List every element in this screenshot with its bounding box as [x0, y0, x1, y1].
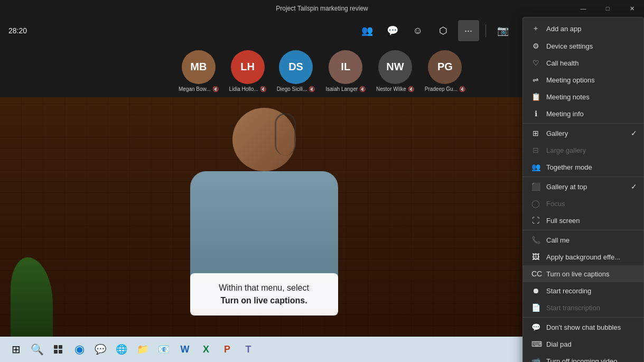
dropdown-menu: ＋ Add an app ⚙ Device settings ♡ Call he… — [522, 17, 644, 362]
svg-rect-1 — [59, 345, 62, 349]
mic-icon: 🔇 — [359, 86, 366, 92]
add-icon: ＋ — [531, 24, 540, 33]
participant-avatar: PG — [428, 50, 462, 84]
fullscreen-icon: ⛶ — [531, 216, 540, 225]
caption-box: Within that menu, select Turn on live ca… — [190, 273, 338, 315]
taskbar-excel[interactable]: X — [197, 340, 216, 359]
mic-icon: 🔇 — [459, 86, 465, 92]
menu-item-gallery[interactable]: ⊞ Gallery ✓ — [523, 125, 643, 142]
menu-item-add-app[interactable]: ＋ Add an app — [523, 20, 643, 38]
taskbar-browser[interactable]: 🌐 — [112, 340, 131, 359]
menu-divider-1 — [523, 123, 643, 124]
phone-icon: 📞 — [531, 236, 540, 244]
participant-lidia[interactable]: LH Lidia Hollo... 🔇 — [229, 50, 266, 92]
participant-nestor[interactable]: NW Nestor Wilke 🔇 — [376, 50, 414, 92]
taskbar-powerpoint[interactable]: P — [218, 340, 237, 359]
menu-item-meeting-info[interactable]: ℹ Meeting info — [523, 105, 643, 122]
participant-diego[interactable]: DS Diego Sicili... 🔇 — [277, 50, 315, 92]
chat-bubbles-icon: 💬 — [531, 323, 540, 331]
menu-item-meeting-options[interactable]: ⇌ Meeting options — [523, 71, 643, 88]
main-video: Within that menu, select Turn on live ca… — [0, 97, 528, 337]
taskbar-explorer[interactable]: 📁 — [133, 340, 152, 359]
focus-icon: ◯ — [531, 199, 540, 208]
svg-rect-0 — [54, 345, 58, 349]
taskbar-edge[interactable]: ◉ — [70, 340, 89, 359]
options-icon: ⇌ — [531, 76, 540, 84]
chat-button[interactable]: 💬 — [382, 20, 403, 41]
menu-item-start-recording[interactable]: ⏺ Start recording — [523, 282, 643, 299]
participant-name: Pradeep Gu... 🔇 — [425, 86, 465, 92]
menu-item-call-me[interactable]: 📞 Call me — [523, 231, 643, 248]
menu-item-gallery-top[interactable]: ⬛ Gallery at top ✓ — [523, 178, 643, 195]
reactions-button[interactable]: ☺ — [407, 20, 428, 41]
window-controls: — □ ✕ — [571, 0, 644, 17]
minimize-button[interactable]: — — [571, 0, 595, 17]
gallery-checkmark: ✓ — [631, 129, 637, 137]
svg-rect-3 — [59, 350, 62, 354]
participant-avatar: LH — [231, 50, 265, 84]
info-icon: ℹ — [531, 109, 540, 118]
participant-name: Megan Bow... 🔇 — [179, 86, 219, 92]
menu-item-live-captions[interactable]: CC Turn on live captions — [523, 265, 643, 282]
health-icon: ♡ — [531, 59, 540, 67]
menu-item-fullscreen[interactable]: ⛶ Full screen — [523, 212, 643, 229]
caption-line1: Within that menu, select Turn on live ca… — [203, 282, 325, 307]
taskbar-teams[interactable]: T — [239, 340, 258, 359]
participant-isaiah[interactable]: IL Isaiah Langer 🔇 — [325, 50, 366, 92]
gallery-top-checkmark: ✓ — [631, 182, 637, 191]
notes-icon: 📋 — [531, 92, 540, 101]
close-button[interactable]: ✕ — [620, 0, 644, 17]
participant-megan[interactable]: MB Megan Bow... 🔇 — [179, 50, 219, 92]
captions-icon: CC — [531, 270, 540, 278]
menu-item-dial-pad[interactable]: ⌨ Dial pad — [523, 336, 643, 352]
participant-avatar: MB — [182, 50, 216, 84]
title-bar: Project Tailspin marketing review — □ ✕ — [0, 0, 644, 17]
participant-avatar: NW — [378, 50, 412, 84]
mic-icon: 🔇 — [408, 86, 414, 92]
participant-pradeep[interactable]: PG Pradeep Gu... 🔇 — [425, 50, 465, 92]
settings-icon: ⚙ — [531, 42, 540, 50]
menu-item-start-transcription: 📄 Start transcription — [523, 299, 643, 316]
menu-divider-4 — [523, 317, 643, 318]
menu-divider-2 — [523, 177, 643, 177]
video-off-icon: 📹 — [531, 357, 540, 362]
taskview-svg — [53, 345, 63, 354]
people-button[interactable]: 👥 — [357, 20, 378, 41]
svg-rect-2 — [54, 350, 58, 354]
menu-item-together-mode[interactable]: 👥 Together mode — [523, 159, 643, 175]
mic-icon: 🔇 — [212, 86, 219, 92]
gallery-icon: ⊞ — [531, 129, 540, 137]
large-gallery-icon: ⊟ — [531, 146, 540, 154]
participant-name: Isaiah Langer 🔇 — [325, 86, 366, 92]
more-button[interactable]: ··· — [458, 20, 479, 41]
camera-button[interactable]: 📷 — [492, 20, 514, 41]
record-icon: ⏺ — [531, 286, 540, 295]
taskbar-search[interactable]: 🔍 — [27, 340, 46, 359]
headset-visual — [275, 113, 296, 155]
menu-item-incoming-video[interactable]: 📹 Turn off incoming video... — [523, 352, 643, 362]
together-icon: 👥 — [531, 163, 540, 171]
menu-item-focus: ◯ Focus — [523, 195, 643, 212]
mic-icon: 🔇 — [309, 86, 315, 92]
menu-item-large-gallery: ⊟ Large gallery — [523, 142, 643, 159]
participant-avatar: IL — [329, 50, 362, 84]
mic-icon: 🔇 — [260, 86, 266, 92]
dialpad-icon: ⌨ — [531, 340, 540, 348]
taskbar-taskview[interactable] — [49, 340, 68, 359]
window-title: Project Tailspin marketing review — [276, 5, 368, 12]
taskbar-teams-chat[interactable]: 💬 — [91, 340, 110, 359]
menu-divider-3 — [523, 230, 643, 230]
windows-start-button[interactable]: ⊞ — [6, 340, 25, 359]
taskbar-outlook[interactable]: 📧 — [154, 340, 173, 359]
meeting-timer: 28:20 — [8, 26, 27, 35]
caption-line2: Turn on live captions. — [220, 296, 307, 305]
share-button[interactable]: ⬡ — [433, 20, 454, 41]
maximize-button[interactable]: □ — [595, 0, 620, 17]
menu-item-call-health[interactable]: ♡ Call health — [523, 54, 643, 71]
participant-name: Nestor Wilke 🔇 — [376, 86, 414, 92]
menu-item-chat-bubbles[interactable]: 💬 Don't show chat bubbles — [523, 319, 643, 336]
taskbar-word[interactable]: W — [175, 340, 194, 359]
menu-item-meeting-notes[interactable]: 📋 Meeting notes — [523, 88, 643, 105]
menu-item-background-effects[interactable]: 🖼 Apply background effe... — [523, 248, 643, 265]
menu-item-device-settings[interactable]: ⚙ Device settings — [523, 38, 643, 54]
